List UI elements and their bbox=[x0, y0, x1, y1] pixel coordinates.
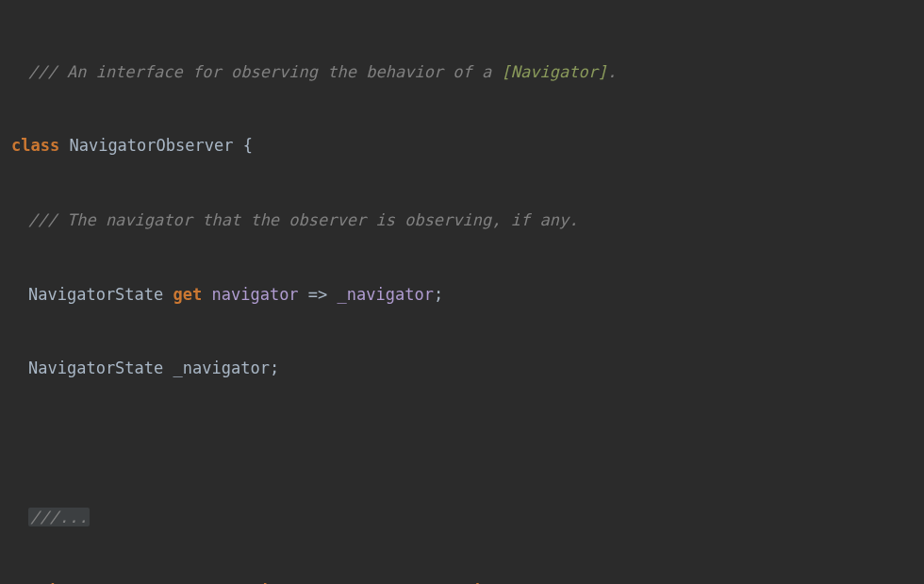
type-ref: NavigatorState bbox=[28, 359, 173, 377]
code-line: class NavigatorObserver { bbox=[0, 133, 924, 158]
code-editor[interactable]: /// An interface for observing the behav… bbox=[0, 0, 924, 584]
comment-text: /// The navigator that the observer is o… bbox=[28, 210, 578, 229]
type-ref: NavigatorState bbox=[28, 285, 173, 304]
code-line: void didPush(Route<dynamic> route, Route… bbox=[0, 579, 924, 585]
code-line: ///... bbox=[0, 505, 924, 529]
keyword-get: get bbox=[173, 285, 203, 304]
code-line: NavigatorState get navigator => _navigat… bbox=[0, 282, 924, 307]
class-name: NavigatorObserver bbox=[69, 136, 233, 155]
blank-line bbox=[0, 430, 924, 455]
code-line: NavigatorState _navigator; bbox=[0, 356, 924, 380]
getter-name: navigator bbox=[202, 285, 308, 304]
code-line: /// The navigator that the observer is o… bbox=[0, 208, 924, 232]
field-ref: _navigator bbox=[338, 285, 434, 304]
code-line: /// An interface for observing the behav… bbox=[0, 59, 924, 84]
field-decl: _navigator bbox=[173, 359, 270, 377]
folded-comment[interactable]: ///... bbox=[28, 508, 90, 526]
comment-text: /// An interface for observing the behav… bbox=[28, 62, 617, 81]
keyword-class: class bbox=[11, 136, 59, 155]
